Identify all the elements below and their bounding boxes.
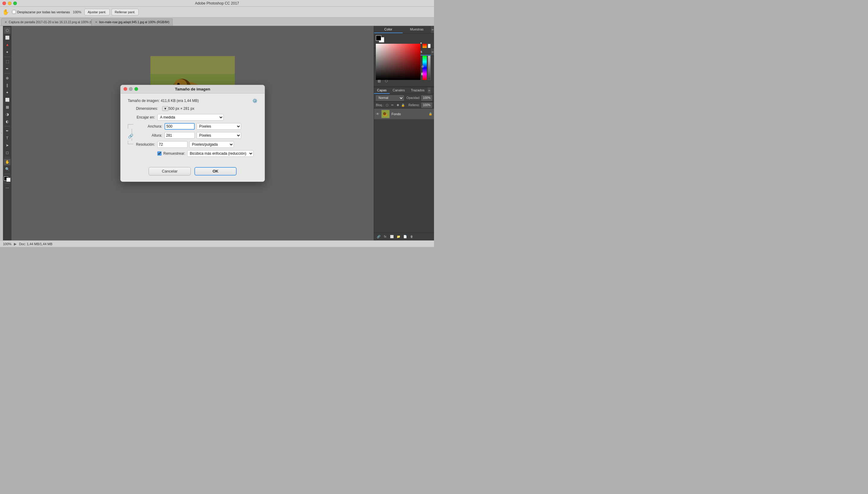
opacity-label: Opacidad: bbox=[406, 96, 420, 99]
tab-close-icon-lion[interactable]: ✕ bbox=[95, 20, 97, 24]
layers-bottom-toolbar: 🔗 fx ⬜ 📁 📄 🗑 bbox=[374, 232, 434, 240]
minimize-button[interactable] bbox=[8, 1, 12, 5]
add-mask-icon[interactable]: ⬜ bbox=[389, 234, 395, 240]
tab-layers[interactable]: Capas bbox=[374, 87, 390, 94]
dodge-tool[interactable]: ◐ bbox=[4, 118, 11, 125]
modal-resample-select[interactable]: Bicúbica más enfocada (reducción) bbox=[187, 150, 254, 157]
eyedropper-tool[interactable]: ✒ bbox=[4, 65, 11, 72]
close-button[interactable] bbox=[2, 1, 6, 5]
layer-row-fondo[interactable]: 👁 Fondo 🔒 bbox=[374, 109, 434, 119]
link-proportions-icon[interactable]: 🔗 bbox=[128, 134, 133, 138]
new-group-icon[interactable]: 📁 bbox=[396, 234, 401, 240]
maximize-button[interactable] bbox=[13, 1, 17, 5]
modal-width-row: Anchura: Píxeles bbox=[135, 123, 241, 130]
modal-dimensions-dropdown[interactable]: ▼ bbox=[162, 106, 169, 111]
layers-tabs: Capas Canales Trazados ≫ bbox=[374, 87, 434, 94]
modal-resolution-unit-select[interactable]: Píxeles/pulgada bbox=[189, 141, 234, 148]
modal-min-button[interactable] bbox=[129, 87, 133, 91]
layers-fill-toolbar: Bloq.: ⬡ ✏ ✚ 🔒 Relleno: bbox=[374, 102, 434, 109]
hand-tool-left[interactable]: ✋ bbox=[4, 159, 11, 165]
scroll-all-checkbox[interactable]: Desplazarse por todas las ventanas bbox=[12, 10, 70, 14]
color-spectrum[interactable] bbox=[376, 44, 420, 80]
color-boxes[interactable] bbox=[4, 176, 11, 182]
crop-tool[interactable]: ⬚ bbox=[4, 58, 11, 65]
tool-separator-5 bbox=[4, 174, 10, 174]
marquee-tool[interactable]: ⬜ bbox=[4, 34, 11, 41]
layers-panel-collapse[interactable]: ≫ bbox=[428, 87, 431, 94]
modal-resample-checkbox[interactable] bbox=[157, 151, 161, 156]
lock-all-icon[interactable]: 🔒 bbox=[401, 102, 405, 108]
modal-close-button[interactable] bbox=[123, 87, 127, 91]
adjust-button[interactable]: Ajustar pant. bbox=[84, 9, 110, 15]
blur-tool[interactable]: ◑ bbox=[4, 111, 11, 118]
modal-traffic-lights[interactable] bbox=[123, 87, 138, 91]
stamp-tool[interactable]: ✦ bbox=[4, 89, 11, 96]
tabs-bar: ✕ Captura de pantalla 2017-01-20 a las 1… bbox=[0, 18, 434, 26]
fill-field[interactable] bbox=[421, 102, 432, 108]
tool-separator-4 bbox=[4, 157, 10, 157]
tab-swatches[interactable]: Muestras bbox=[403, 26, 431, 33]
modal-gear-icon[interactable]: ⚙️ bbox=[252, 98, 257, 103]
lock-pixels-icon[interactable]: ✏ bbox=[391, 102, 394, 108]
link-layers-icon[interactable]: 🔗 bbox=[376, 234, 381, 240]
modal-fit-select[interactable]: A medida bbox=[157, 114, 224, 121]
modal-height-label: Altura: bbox=[135, 133, 162, 137]
layer-lock-icon[interactable]: 🔒 bbox=[429, 112, 432, 115]
tab-label-screenshot: Captura de pantalla 2017-01-20 a las 16.… bbox=[9, 20, 92, 24]
color-picker-area bbox=[374, 34, 434, 48]
move-tool[interactable]: ⬡ bbox=[4, 27, 11, 34]
lock-position-icon[interactable]: ✚ bbox=[396, 102, 400, 108]
quick-select-tool[interactable]: ✦ bbox=[4, 49, 11, 56]
text-tool[interactable]: T bbox=[4, 135, 11, 141]
lasso-tool[interactable]: 🔺 bbox=[4, 42, 11, 48]
scroll-all-input[interactable] bbox=[12, 10, 16, 14]
traffic-lights[interactable] bbox=[2, 1, 17, 5]
brush-tool[interactable]: ∥ bbox=[4, 82, 11, 89]
modal-resolution-label: Resolución: bbox=[128, 142, 155, 147]
tab-channels[interactable]: Canales bbox=[390, 87, 408, 94]
modal-width-input[interactable] bbox=[164, 123, 195, 130]
shape-tool[interactable]: ◻ bbox=[4, 149, 11, 156]
block-label: Bloq.: bbox=[376, 103, 384, 107]
libraries-panel-collapse[interactable]: ≫ bbox=[431, 48, 434, 56]
modal-max-button[interactable] bbox=[134, 87, 138, 91]
blend-mode-select[interactable]: Normal bbox=[376, 95, 404, 101]
modal-width-unit-select[interactable]: Píxeles bbox=[197, 123, 241, 130]
pen-tool[interactable]: ✒ bbox=[4, 128, 11, 134]
foreground-swatch[interactable] bbox=[376, 35, 381, 41]
layer-visibility-icon[interactable]: 👁 bbox=[376, 112, 379, 116]
lock-transparent-icon[interactable]: ⬡ bbox=[386, 102, 389, 108]
extras-icon[interactable]: ⋯ bbox=[4, 185, 11, 191]
new-layer-icon[interactable]: 📄 bbox=[402, 234, 408, 240]
tab-paths[interactable]: Trazados bbox=[408, 87, 427, 94]
add-layer-style-icon[interactable]: fx bbox=[382, 234, 388, 240]
path-select-tool[interactable]: ➤ bbox=[4, 142, 11, 149]
hand-tool-icon[interactable]: ✋ bbox=[2, 9, 9, 15]
healing-brush-tool[interactable]: ⊕ bbox=[4, 75, 11, 81]
opacity-field[interactable] bbox=[421, 95, 432, 101]
modal-height-input[interactable] bbox=[164, 132, 195, 139]
spectrum-cursor bbox=[421, 43, 424, 46]
tool-separator-1 bbox=[4, 57, 10, 57]
modal-height-unit-select[interactable]: Píxeles bbox=[197, 132, 241, 139]
tab-color[interactable]: Color bbox=[374, 26, 403, 33]
tool-separator-2 bbox=[4, 73, 10, 74]
color-panel-collapse[interactable]: ≫ bbox=[431, 26, 434, 33]
delete-layer-icon[interactable]: 🗑 bbox=[409, 234, 414, 240]
tab-lion[interactable]: ✕ lion-male-roar.jpg.adapt.945.1.jpg al … bbox=[92, 18, 173, 26]
modal-cancel-button[interactable]: Cancelar bbox=[149, 167, 191, 175]
modal-overlay: Tamaño de imagen Tamaño de imagen: 411,6… bbox=[12, 26, 374, 240]
modal-ok-button[interactable]: OK bbox=[194, 167, 237, 175]
tab-close-icon[interactable]: ✕ bbox=[4, 20, 7, 24]
left-panel-toggle[interactable]: ‹ bbox=[0, 26, 3, 240]
status-arrow[interactable]: ▶ bbox=[14, 242, 17, 246]
eraser-tool[interactable]: ⬜ bbox=[4, 96, 11, 103]
tab-screenshot[interactable]: ✕ Captura de pantalla 2017-01-20 a las 1… bbox=[1, 18, 92, 26]
modal-resolution-input[interactable] bbox=[157, 141, 188, 148]
fg-bg-swatches[interactable] bbox=[376, 35, 384, 42]
gradient-tool[interactable]: ▦ bbox=[4, 104, 11, 110]
app-title: Adobe Photoshop CC 2017 bbox=[195, 1, 239, 5]
background-color[interactable] bbox=[6, 178, 11, 182]
zoom-tool[interactable]: 🔍 bbox=[4, 166, 11, 172]
fill-button[interactable]: Rellenar pant. bbox=[112, 9, 139, 15]
